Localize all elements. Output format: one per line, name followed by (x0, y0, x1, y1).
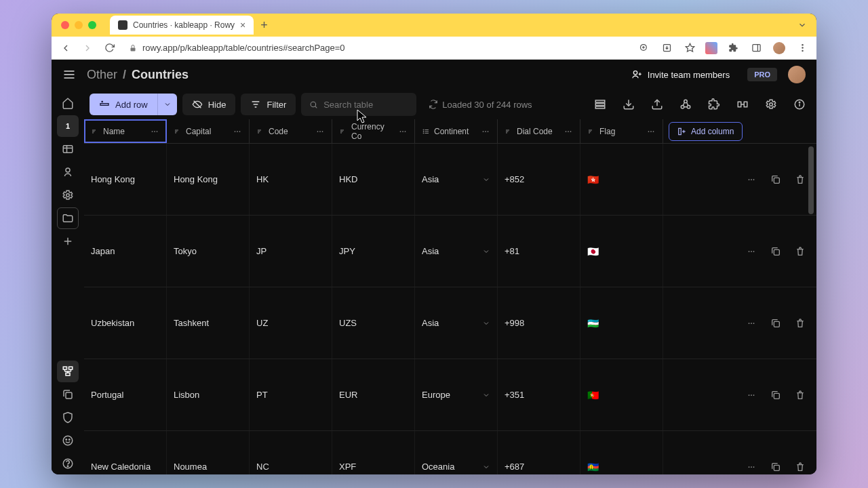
column-header-code[interactable]: Code (250, 119, 332, 143)
row-delete-icon[interactable] (791, 458, 810, 475)
cell-capital[interactable]: Noumea (167, 431, 250, 474)
add-row-button[interactable]: Add row (90, 94, 157, 115)
window-minimize-button[interactable] (75, 21, 83, 29)
extension-icon[interactable] (703, 93, 726, 116)
pro-badge[interactable]: PRO (747, 68, 777, 81)
cell-name[interactable]: Portugal (84, 359, 167, 430)
cell-code[interactable]: HK (250, 144, 332, 215)
code-icon[interactable] (731, 93, 754, 116)
table-settings-icon[interactable] (760, 93, 783, 116)
row-copy-icon[interactable] (766, 458, 785, 475)
column-header-currency-co[interactable]: Currency Co (332, 119, 415, 143)
sidebar-shield-icon[interactable] (57, 407, 79, 428)
sidebar-settings-icon[interactable] (57, 184, 79, 206)
table-row[interactable]: UzbekistanTashkentUZUZSAsia+998🇺🇿 (84, 287, 816, 359)
cell-flag[interactable]: 🇳🇨 (580, 431, 663, 474)
column-menu-icon[interactable] (150, 127, 159, 136)
invite-team-button[interactable]: Invite team members (625, 65, 736, 84)
vertical-scrollbar[interactable] (808, 146, 814, 214)
cell-flag[interactable]: 🇯🇵 (580, 216, 663, 287)
hide-button[interactable]: Hide (182, 94, 236, 115)
export-icon[interactable] (646, 93, 669, 116)
info-icon[interactable] (788, 93, 811, 116)
cell-currency-co[interactable]: EUR (332, 359, 415, 430)
cell-dial-code[interactable]: +81 (498, 216, 580, 287)
sidebar-home-icon[interactable] (57, 92, 79, 114)
add-column-button[interactable]: Add column (669, 122, 743, 141)
cell-dial-code[interactable]: +998 (498, 287, 580, 359)
cell-continent[interactable]: Asia (415, 287, 498, 359)
column-menu-icon[interactable] (233, 127, 242, 136)
add-row-dropdown[interactable] (157, 94, 177, 115)
sidebar-workflow-icon[interactable] (57, 361, 79, 382)
row-delete-icon[interactable] (791, 314, 810, 333)
chevron-down-icon[interactable] (482, 247, 490, 256)
sidebar-add-icon[interactable] (57, 230, 79, 252)
chevron-down-icon[interactable] (482, 176, 490, 184)
row-height-icon[interactable] (589, 93, 612, 116)
table-row[interactable]: PortugalLisbonPTEUREurope+351🇵🇹 (84, 359, 816, 431)
install-icon[interactable] (659, 41, 674, 56)
cell-capital[interactable]: Tokyo (167, 216, 250, 287)
cell-continent[interactable]: Oceania (415, 431, 498, 474)
column-menu-icon[interactable] (315, 127, 325, 136)
cell-continent[interactable]: Europe (415, 359, 498, 430)
row-menu-icon[interactable] (742, 170, 761, 189)
row-delete-icon[interactable] (791, 170, 810, 189)
row-menu-icon[interactable] (742, 242, 761, 261)
cell-name[interactable]: Uzbekistan (84, 287, 167, 359)
breadcrumb-parent[interactable]: Other (87, 68, 117, 82)
search-box[interactable] (301, 93, 416, 116)
tab-close-icon[interactable]: × (240, 20, 245, 30)
sidebar-smile-icon[interactable] (57, 430, 79, 451)
chevron-down-icon[interactable] (482, 463, 490, 471)
row-copy-icon[interactable] (766, 170, 785, 189)
import-icon[interactable] (617, 93, 640, 116)
extension-icon[interactable] (705, 42, 717, 54)
table-row[interactable]: Hong KongHong KongHKHKDAsia+852🇭🇰 (84, 144, 816, 216)
cell-currency-co[interactable]: HKD (332, 144, 415, 215)
row-delete-icon[interactable] (791, 242, 810, 261)
column-menu-icon[interactable] (646, 127, 656, 136)
browser-tab[interactable]: Countries · kableapp · Rowy × (110, 16, 254, 35)
zoom-icon[interactable] (636, 41, 651, 56)
sidebar-folder-icon[interactable] (57, 207, 79, 229)
column-header-flag[interactable]: Flag (580, 119, 663, 143)
profile-avatar[interactable] (772, 41, 787, 56)
row-copy-icon[interactable] (766, 386, 785, 405)
table-row[interactable]: New CaledoniaNoumeaNCXPFOceania+687🇳🇨 (84, 431, 816, 474)
nav-reload-button[interactable] (102, 41, 117, 56)
sidebar-user-icon[interactable] (57, 161, 79, 183)
nav-forward-button[interactable] (80, 41, 95, 56)
sidebar-copy-icon[interactable] (57, 384, 79, 405)
cell-currency-co[interactable]: XPF (332, 431, 415, 474)
cell-currency-co[interactable]: JPY (332, 216, 415, 287)
chevron-down-icon[interactable] (482, 391, 490, 399)
cell-flag[interactable]: 🇵🇹 (580, 359, 663, 430)
menu-icon[interactable] (62, 68, 76, 81)
sidepanel-icon[interactable] (749, 41, 764, 56)
cell-dial-code[interactable]: +687 (498, 431, 580, 474)
row-menu-icon[interactable] (742, 314, 761, 333)
row-menu-icon[interactable] (742, 386, 761, 405)
row-menu-icon[interactable] (742, 458, 761, 475)
column-header-continent[interactable]: Continent (415, 119, 498, 143)
column-menu-icon[interactable] (398, 127, 408, 136)
cell-code[interactable]: UZ (250, 287, 332, 359)
cell-name[interactable]: New Caledonia (84, 431, 167, 474)
cell-name[interactable]: Hong Kong (84, 144, 167, 215)
sidebar-table-icon[interactable] (57, 138, 79, 160)
column-header-dial-code[interactable]: Dial Code (498, 119, 580, 143)
new-tab-button[interactable]: + (260, 18, 268, 33)
cell-dial-code[interactable]: +351 (498, 359, 580, 430)
table-row[interactable]: JapanTokyoJPJPYAsia+81🇯🇵 (84, 216, 816, 287)
chevron-down-icon[interactable] (482, 319, 490, 327)
row-copy-icon[interactable] (766, 314, 785, 333)
tabs-chevron-icon[interactable] (797, 20, 807, 30)
browser-menu-icon[interactable] (795, 41, 810, 56)
cell-capital[interactable]: Lisbon (167, 359, 250, 430)
cell-continent[interactable]: Asia (415, 144, 498, 215)
column-menu-icon[interactable] (481, 127, 490, 136)
filter-button[interactable]: Filter (241, 94, 296, 115)
column-header-capital[interactable]: Capital (167, 119, 250, 143)
